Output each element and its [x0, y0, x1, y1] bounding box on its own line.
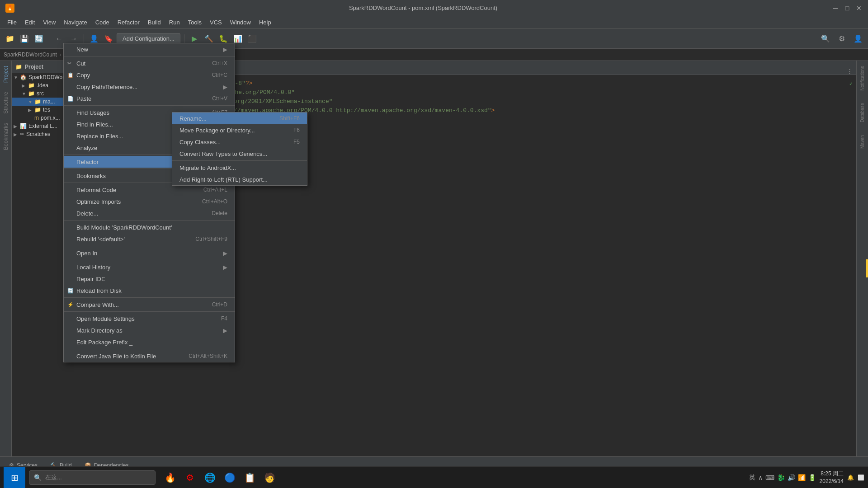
tree-arrow-src: ▼: [22, 91, 26, 96]
tree-icon-main: 📁: [34, 99, 41, 105]
tray-network-icon[interactable]: 📶: [798, 474, 806, 481]
taskbar-app-user[interactable]: 🧑: [260, 469, 278, 487]
maximize-button[interactable]: □: [844, 5, 851, 12]
cm-item-repair-ide[interactable]: Repair IDE: [64, 273, 235, 285]
close-button[interactable]: ✕: [855, 5, 863, 12]
clock-date: 2022/6/14: [820, 478, 844, 485]
tray-notification-icon[interactable]: 🔔: [847, 474, 854, 481]
toolbar-sep-3: [184, 34, 184, 43]
right-sidebar-database[interactable]: Database: [859, 101, 866, 124]
taskbar-apps: 🔥 ⚙ 🌐 🔵 📋 🧑: [161, 469, 278, 487]
clock-time: 8:25 周二: [820, 470, 844, 478]
cm-sep-1: [64, 56, 235, 56]
cm-item-build-module[interactable]: Build Module 'SparkRDDWordCount': [64, 221, 235, 233]
tray-expand-icon[interactable]: ∧: [758, 474, 763, 481]
tree-label-external: External L...: [28, 123, 57, 129]
taskbar-search[interactable]: 🔍 在这...: [29, 470, 156, 485]
compare-icon: ⚡: [67, 302, 74, 308]
breadcrumb-sep-1: ›: [60, 52, 61, 58]
sidebar-icon-structure[interactable]: Structure: [2, 90, 10, 116]
taskbar-app-edge[interactable]: 🌐: [201, 469, 219, 487]
sidebar-icon-project[interactable]: Project: [2, 64, 10, 84]
cm-sep-2: [64, 105, 235, 106]
toolbar-settings-button[interactable]: ⚙: [835, 33, 848, 45]
tray-volume-icon[interactable]: 🔊: [788, 474, 795, 481]
tray-desktop-icon[interactable]: ⬜: [858, 474, 864, 481]
taskbar-clock[interactable]: 8:25 周二 2022/6/14: [820, 470, 844, 485]
cm-item-reload[interactable]: 🔄 Reload from Disk: [64, 285, 235, 296]
menu-run[interactable]: Run: [165, 17, 184, 28]
cm-item-convert-kotlin[interactable]: Convert Java File to Kotlin File Ctrl+Al…: [64, 350, 235, 362]
tree-label-test: tes: [43, 107, 50, 113]
tab-more-button[interactable]: ⋮: [847, 68, 856, 75]
menu-navigate[interactable]: Navigate: [60, 17, 90, 28]
cm-item-copy-path[interactable]: Copy Path/Reference... ▶: [64, 81, 235, 93]
menu-code[interactable]: Code: [92, 17, 113, 28]
cm-item-local-history[interactable]: Local History ▶: [64, 261, 235, 273]
taskbar-app-red[interactable]: ⚙: [181, 469, 199, 487]
left-sidebar-icons: Project Structure Bookmarks: [0, 61, 12, 456]
tree-label-src: src: [37, 90, 44, 97]
tree-icon-idea: 📁: [28, 82, 35, 89]
git-check-indicator: ✓: [849, 80, 853, 87]
tree-arrow-external: ▶: [14, 124, 18, 129]
cm-item-module-settings[interactable]: Open Module Settings F4: [64, 313, 235, 324]
window-controls: ─ □ ✕: [832, 5, 863, 12]
tray-unknown-icon[interactable]: 🐉: [777, 474, 785, 481]
submenu-rename[interactable]: Rename... Shift+F6: [172, 113, 307, 124]
submenu-copy-classes[interactable]: Copy Classes... F5: [172, 136, 307, 148]
minimize-button[interactable]: ─: [832, 5, 839, 12]
cm-item-cut[interactable]: ✂ Cut Ctrl+X: [64, 57, 235, 69]
toolbar-search-button[interactable]: 🔍: [819, 33, 832, 45]
menu-view[interactable]: View: [39, 17, 59, 28]
cm-item-paste[interactable]: 📄 Paste Ctrl+V: [64, 93, 235, 104]
menu-window[interactable]: Window: [226, 17, 255, 28]
menu-tools[interactable]: Tools: [184, 17, 205, 28]
toolbar-stop-button[interactable]: ⬛: [246, 33, 259, 45]
menu-file[interactable]: File: [4, 17, 20, 28]
cm-item-new[interactable]: New ▶: [64, 43, 235, 55]
cm-item-mark-directory[interactable]: Mark Directory as ▶: [64, 324, 235, 336]
tray-lang-icon[interactable]: 英: [749, 474, 755, 482]
toolbar-open-button[interactable]: 📁: [4, 33, 16, 45]
tray-keyboard-icon[interactable]: ⌨: [765, 474, 774, 481]
toolbar-sep-2: [84, 34, 84, 43]
tree-icon-pom: m: [34, 115, 39, 121]
sidebar-icon-bookmarks[interactable]: Bookmarks: [2, 121, 10, 152]
app-logo: 🔥: [5, 4, 14, 13]
cm-item-open-in[interactable]: Open In ▶: [64, 247, 235, 259]
cm-item-optimize[interactable]: Optimize Imports Ctrl+Alt+O: [64, 196, 235, 207]
window-title: SparkRDDWordCount - pom.xml (SparkRDDWor…: [349, 5, 497, 11]
tree-label-pom: pom.x...: [41, 115, 60, 121]
tray-battery-icon: 🔋: [808, 474, 816, 481]
taskbar-app-tasks[interactable]: 📋: [241, 469, 259, 487]
toolbar-avatar-button[interactable]: 👤: [852, 33, 864, 45]
right-sidebar-maven[interactable]: Maven: [859, 133, 866, 150]
menu-help[interactable]: Help: [255, 17, 275, 28]
toolbar-save-button[interactable]: 💾: [18, 33, 31, 45]
taskbar-app-intellij[interactable]: 🔥: [161, 469, 179, 487]
breadcrumb-project[interactable]: SparkRDDWordCount: [4, 52, 57, 58]
submenu-migrate-androidx[interactable]: Migrate to AndroidX...: [172, 162, 307, 174]
cm-item-copy[interactable]: 📋 Copy Ctrl+C: [64, 69, 235, 81]
cm-item-edit-package[interactable]: Edit Package Prefix _: [64, 336, 235, 348]
submenu-move-package[interactable]: Move Package or Directory... F6: [172, 124, 307, 136]
tree-arrow-main: ▼: [28, 99, 33, 104]
cm-item-delete[interactable]: Delete... Delete: [64, 207, 235, 219]
cm-item-compare[interactable]: ⚡ Compare With... Ctrl+D: [64, 299, 235, 310]
menu-build[interactable]: Build: [144, 17, 165, 28]
menu-vcs[interactable]: VCS: [206, 17, 226, 28]
taskbar-app-chrome[interactable]: 🔵: [221, 469, 239, 487]
cm-sep-8: [64, 260, 235, 260]
menu-edit[interactable]: Edit: [21, 17, 38, 28]
submenu-rtl-support[interactable]: Add Right-to-Left (RTL) Support...: [172, 174, 307, 185]
tree-label-main: ma...: [43, 99, 55, 105]
menu-refactor[interactable]: Refactor: [114, 17, 143, 28]
start-button[interactable]: ⊞: [4, 467, 25, 488]
toolbar-sync-button[interactable]: 🔄: [33, 33, 45, 45]
tree-arrow-test: ▶: [28, 108, 33, 113]
submenu-convert-generics[interactable]: Convert Raw Types to Generics...: [172, 148, 307, 160]
right-sidebar-notifications[interactable]: Notifications: [859, 64, 866, 92]
toolbar-right: 🔍 ⚙ 👤: [819, 33, 864, 45]
cm-item-rebuild[interactable]: Rebuild '<default>' Ctrl+Shift+F9: [64, 233, 235, 245]
